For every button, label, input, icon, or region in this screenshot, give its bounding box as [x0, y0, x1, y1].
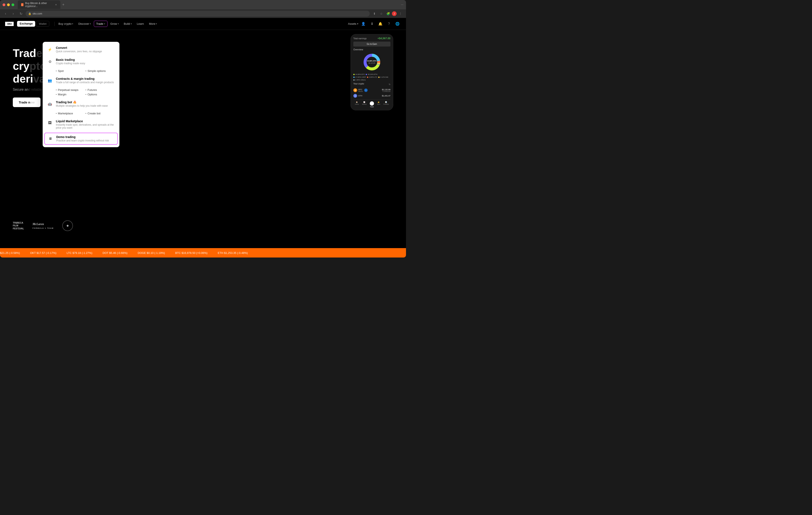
- contracts-menu-item[interactable]: 👥 Contracts & margin trading Trade a ful…: [42, 75, 119, 86]
- site-content: OKX Exchange Wallet Buy crypto ▾ Discove…: [0, 18, 406, 258]
- refresh-icon[interactable]: ↻: [389, 83, 390, 85]
- reload-button[interactable]: ↻: [18, 11, 24, 17]
- okx-logo-text: OKX: [7, 23, 12, 25]
- contracts-text: Contracts & margin trading Trade a full …: [56, 77, 115, 84]
- basic-trading-text: Basic trading Crypto trading made easy: [56, 58, 115, 65]
- phone-nav-portfolio[interactable]: 📊 Portfolio: [383, 101, 389, 108]
- user-button[interactable]: 👤: [360, 21, 367, 27]
- forward-button[interactable]: ›: [10, 11, 16, 17]
- traffic-lights: [3, 3, 14, 6]
- globe-icon[interactable]: 🌐: [394, 21, 401, 27]
- btc-price: $2,132.89: [382, 88, 390, 91]
- btc-dot: [353, 74, 355, 75]
- address-bar[interactable]: 🔒 okx.com: [26, 11, 370, 17]
- assets-button[interactable]: Assets ▾: [348, 22, 358, 25]
- grow-chevron: ▾: [118, 23, 119, 25]
- simple-options-subitem[interactable]: • Simple options: [86, 69, 115, 73]
- okx-navbar: OKX Exchange Wallet Buy crypto ▾ Discove…: [0, 18, 406, 30]
- phone-nav-home[interactable]: 🏠 Home: [355, 101, 359, 108]
- ticker-dot: DOT $5.46 (-0.66%): [103, 251, 127, 254]
- donut-chart: 44.88% BTC $2,123.89: [353, 53, 390, 72]
- active-tab[interactable]: ⬡ Buy Bitcoin & other cryptocur... ✕: [18, 0, 60, 9]
- contracts-icon: 👥: [47, 77, 53, 83]
- basic-trading-icon: ⊙: [47, 58, 53, 64]
- more-chevron: ▾: [156, 23, 157, 25]
- convert-menu-item[interactable]: ⚡ Convert Quick conversion, zero fees, n…: [42, 44, 119, 55]
- btc-badge: 1: [364, 88, 368, 92]
- trading-bot-text: Trading bot 🔥 Multiple strategies to hel…: [56, 101, 115, 107]
- nav-item-trade[interactable]: Trade ▾: [94, 21, 107, 27]
- build-chevron: ▾: [131, 23, 132, 25]
- perpetual-swaps-subitem[interactable]: • Perpetual swaps: [56, 88, 86, 92]
- demo-trading-icon: 🖥: [47, 136, 53, 142]
- extension-button[interactable]: 🧩: [385, 11, 391, 17]
- demo-trading-menu-item-wrapper: 🖥 Demo trading Practice and learn crypto…: [45, 133, 118, 145]
- help-icon[interactable]: ?: [385, 21, 393, 27]
- nav-item-build[interactable]: Build ▾: [122, 21, 134, 27]
- minimize-traffic-light[interactable]: [7, 3, 10, 6]
- bookmark-button[interactable]: ☆: [378, 11, 384, 17]
- maximize-traffic-light[interactable]: [11, 3, 14, 6]
- btc-icon: ₿: [353, 88, 357, 92]
- profile-button[interactable]: J: [392, 11, 397, 16]
- phone-bottom-nav: 🏠 Home 📈 Market ⬡ Trade 💰 Earn: [353, 100, 390, 108]
- trade-chevron: ▾: [104, 23, 105, 25]
- phone-nav-earn[interactable]: 💰 Earn: [377, 101, 380, 108]
- go-to-earn-button[interactable]: Go to Earn: [353, 42, 390, 47]
- menu-button[interactable]: ⋮: [398, 11, 403, 17]
- browser-window: ⬡ Buy Bitcoin & other cryptocur... ✕ + ⋯…: [0, 0, 406, 258]
- options-subitem[interactable]: • Options: [86, 92, 115, 97]
- download-button[interactable]: ⬇: [369, 21, 375, 27]
- back-button[interactable]: ‹: [3, 11, 8, 17]
- trading-bot-desc: Multiple strategies to help you trade wi…: [56, 104, 115, 107]
- marketplace-subitem[interactable]: • Marketplace: [56, 111, 86, 116]
- your-crypto-title: Your crypto: [353, 83, 364, 85]
- sponsors-section: TR|BECAFILMFEST|VAL McLaren FORMULA 1 TE…: [13, 220, 73, 231]
- create-bot-subitem[interactable]: • Create bot: [86, 111, 115, 116]
- earnings-value: +$4,567.00: [378, 37, 390, 40]
- nav-item-buy-crypto[interactable]: Buy crypto ▾: [56, 21, 75, 27]
- url-text: okx.com: [33, 12, 42, 15]
- exchange-pill[interactable]: Exchange: [17, 21, 35, 27]
- okx-logo[interactable]: OKX: [5, 22, 13, 26]
- others-dot: [353, 79, 355, 81]
- tab-close-button[interactable]: ✕: [55, 3, 57, 6]
- eth-icon: Ξ: [353, 94, 357, 98]
- futures-subitem[interactable]: • Futures: [86, 88, 115, 92]
- legend-usdt: 17.66% USDT: [353, 76, 366, 78]
- new-tab-button[interactable]: +: [60, 2, 66, 8]
- btc-amount: 0.10062226: [382, 91, 390, 92]
- eth-dot: [366, 74, 367, 75]
- demo-trading-menu-item[interactable]: 🖥 Demo trading Practice and learn crypto…: [45, 133, 117, 144]
- dai-dot: [378, 77, 380, 78]
- trading-bot-subitems: • Marketplace • Create bot: [42, 110, 119, 117]
- trading-bot-menu-item[interactable]: 🤖 Trading bot 🔥 Multiple strategies to h…: [42, 98, 119, 110]
- hero-cta-button[interactable]: Trade now: [13, 98, 40, 107]
- legend-others: 1.56% Others: [353, 79, 366, 81]
- browser-controls: ‹ › ↻ 🔒 okx.com ⬆ ☆ 🧩 J ⋮: [0, 9, 406, 18]
- contracts-subitems: • Perpetual swaps • Futures • Margin • O…: [42, 86, 119, 98]
- nav-item-learn[interactable]: Learn: [135, 21, 146, 27]
- liquid-marketplace-menu-item[interactable]: 🖼 Liquid Marketplace Instantly trade spo…: [42, 117, 119, 132]
- phone-nav-market[interactable]: 📈 Market: [362, 101, 367, 108]
- bell-icon[interactable]: 🔔: [377, 21, 384, 27]
- phone-nav-trade[interactable]: ⬡ Trade: [370, 101, 374, 108]
- nav-item-discover[interactable]: Discover ▾: [76, 21, 93, 27]
- tab-title: Buy Bitcoin & other cryptocur...: [25, 2, 53, 8]
- share-button[interactable]: ⬆: [372, 11, 377, 17]
- close-traffic-light[interactable]: [3, 3, 5, 6]
- wallet-pill[interactable]: Wallet: [36, 21, 49, 27]
- manchester-city-logo: ⚽: [62, 220, 73, 231]
- phone-overview-label: Overview: [353, 48, 390, 51]
- basic-trading-desc: Crypto trading made easy: [56, 62, 115, 65]
- liquid-marketplace-desc: Instantly trade spot, derivatives, and s…: [56, 123, 115, 129]
- nav-item-more[interactable]: More ▾: [147, 21, 159, 27]
- margin-subitem[interactable]: • Margin: [56, 92, 86, 97]
- spot-subitem[interactable]: • Spot: [56, 69, 86, 73]
- nav-item-grow[interactable]: Grow ▾: [108, 21, 121, 27]
- browser-actions: ⬆ ☆ 🧩 J ⋮: [372, 11, 403, 17]
- svg-text:44.88% BTC: 44.88% BTC: [367, 60, 377, 62]
- eth-row: Ξ ETH $1,431.47: [353, 93, 390, 99]
- basic-trading-menu-item[interactable]: ⊙ Basic trading Crypto trading made easy: [42, 55, 119, 67]
- hero-section: Trade crypto & derivatives Secure and re…: [0, 30, 406, 248]
